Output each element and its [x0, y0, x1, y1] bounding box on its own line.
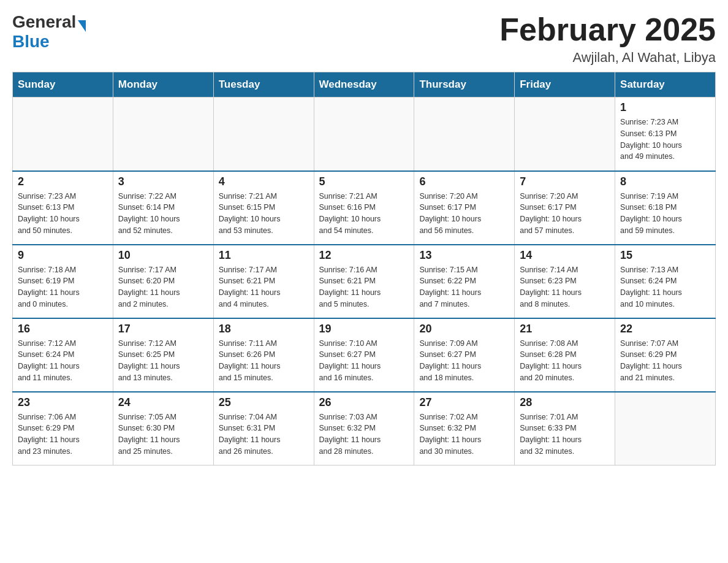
day-number: 20 [419, 323, 509, 335]
day-info: Sunrise: 7:17 AMSunset: 6:20 PMDaylight:… [118, 264, 208, 310]
calendar-cell: 15Sunrise: 7:13 AMSunset: 6:24 PMDayligh… [615, 245, 716, 318]
calendar-cell: 12Sunrise: 7:16 AMSunset: 6:21 PMDayligh… [314, 245, 414, 318]
day-number: 6 [419, 175, 509, 188]
day-number: 27 [419, 396, 509, 409]
col-friday: Friday [515, 72, 615, 98]
logo-general-text: General [12, 12, 76, 32]
col-monday: Monday [113, 72, 213, 98]
calendar-cell: 28Sunrise: 7:01 AMSunset: 6:33 PMDayligh… [515, 392, 615, 465]
calendar-table: Sunday Monday Tuesday Wednesday Thursday… [12, 72, 716, 465]
day-number: 5 [319, 175, 409, 188]
calendar-cell: 17Sunrise: 7:12 AMSunset: 6:25 PMDayligh… [113, 318, 213, 392]
calendar-cell [213, 98, 314, 171]
day-number: 3 [118, 175, 208, 188]
day-info: Sunrise: 7:09 AMSunset: 6:27 PMDaylight:… [419, 338, 509, 384]
calendar-week-1: 1Sunrise: 7:23 AMSunset: 6:13 PMDaylight… [13, 98, 716, 171]
calendar-cell: 21Sunrise: 7:08 AMSunset: 6:28 PMDayligh… [515, 318, 615, 392]
day-info: Sunrise: 7:08 AMSunset: 6:28 PMDaylight:… [520, 338, 610, 384]
day-info: Sunrise: 7:05 AMSunset: 6:30 PMDaylight:… [118, 412, 208, 458]
col-tuesday: Tuesday [213, 72, 314, 98]
calendar-cell: 16Sunrise: 7:12 AMSunset: 6:24 PMDayligh… [13, 318, 113, 392]
day-info: Sunrise: 7:10 AMSunset: 6:27 PMDaylight:… [319, 338, 409, 384]
calendar-week-4: 16Sunrise: 7:12 AMSunset: 6:24 PMDayligh… [13, 318, 716, 392]
day-number: 13 [419, 249, 509, 262]
col-sunday: Sunday [13, 72, 113, 98]
calendar-cell: 1Sunrise: 7:23 AMSunset: 6:13 PMDaylight… [615, 98, 716, 171]
col-wednesday: Wednesday [314, 72, 414, 98]
logo: General Blue [12, 12, 86, 52]
calendar-week-5: 23Sunrise: 7:06 AMSunset: 6:29 PMDayligh… [13, 392, 716, 465]
logo-arrow-icon [78, 20, 86, 32]
day-info: Sunrise: 7:18 AMSunset: 6:19 PMDaylight:… [18, 264, 108, 310]
day-info: Sunrise: 7:19 AMSunset: 6:18 PMDaylight:… [620, 191, 710, 237]
day-number: 8 [620, 175, 710, 188]
day-info: Sunrise: 7:11 AMSunset: 6:26 PMDaylight:… [219, 338, 309, 384]
title-section: February 2025 Awjilah, Al Wahat, Libya [499, 12, 716, 66]
col-thursday: Thursday [414, 72, 515, 98]
day-info: Sunrise: 7:17 AMSunset: 6:21 PMDaylight:… [219, 264, 309, 310]
day-info: Sunrise: 7:15 AMSunset: 6:22 PMDaylight:… [419, 264, 509, 310]
day-number: 4 [219, 175, 309, 188]
calendar-cell: 23Sunrise: 7:06 AMSunset: 6:29 PMDayligh… [13, 392, 113, 465]
day-info: Sunrise: 7:23 AMSunset: 6:13 PMDaylight:… [18, 191, 108, 237]
calendar-cell: 26Sunrise: 7:03 AMSunset: 6:32 PMDayligh… [314, 392, 414, 465]
day-info: Sunrise: 7:21 AMSunset: 6:15 PMDaylight:… [219, 191, 309, 237]
calendar-cell: 2Sunrise: 7:23 AMSunset: 6:13 PMDaylight… [13, 171, 113, 245]
day-info: Sunrise: 7:21 AMSunset: 6:16 PMDaylight:… [319, 191, 409, 237]
calendar-cell [515, 98, 615, 171]
calendar-cell [13, 98, 113, 171]
day-info: Sunrise: 7:20 AMSunset: 6:17 PMDaylight:… [520, 191, 610, 237]
day-info: Sunrise: 7:04 AMSunset: 6:31 PMDaylight:… [219, 412, 309, 458]
day-info: Sunrise: 7:12 AMSunset: 6:24 PMDaylight:… [18, 338, 108, 384]
calendar-cell: 9Sunrise: 7:18 AMSunset: 6:19 PMDaylight… [13, 245, 113, 318]
day-info: Sunrise: 7:02 AMSunset: 6:32 PMDaylight:… [419, 412, 509, 458]
logo-blue-text: Blue [12, 32, 50, 51]
calendar-cell: 6Sunrise: 7:20 AMSunset: 6:17 PMDaylight… [414, 171, 515, 245]
day-info: Sunrise: 7:16 AMSunset: 6:21 PMDaylight:… [319, 264, 409, 310]
calendar-cell [414, 98, 515, 171]
calendar-week-3: 9Sunrise: 7:18 AMSunset: 6:19 PMDaylight… [13, 245, 716, 318]
day-number: 1 [620, 101, 710, 114]
calendar-cell: 19Sunrise: 7:10 AMSunset: 6:27 PMDayligh… [314, 318, 414, 392]
day-number: 10 [118, 249, 208, 262]
calendar-cell: 24Sunrise: 7:05 AMSunset: 6:30 PMDayligh… [113, 392, 213, 465]
day-number: 17 [118, 323, 208, 335]
day-number: 2 [18, 175, 108, 188]
calendar-cell: 25Sunrise: 7:04 AMSunset: 6:31 PMDayligh… [213, 392, 314, 465]
calendar-cell: 27Sunrise: 7:02 AMSunset: 6:32 PMDayligh… [414, 392, 515, 465]
day-info: Sunrise: 7:14 AMSunset: 6:23 PMDaylight:… [520, 264, 610, 310]
calendar-cell: 8Sunrise: 7:19 AMSunset: 6:18 PMDaylight… [615, 171, 716, 245]
calendar-cell: 11Sunrise: 7:17 AMSunset: 6:21 PMDayligh… [213, 245, 314, 318]
day-number: 19 [319, 323, 409, 335]
day-number: 16 [18, 323, 108, 335]
calendar-cell: 20Sunrise: 7:09 AMSunset: 6:27 PMDayligh… [414, 318, 515, 392]
calendar-cell: 4Sunrise: 7:21 AMSunset: 6:15 PMDaylight… [213, 171, 314, 245]
calendar-header-row: Sunday Monday Tuesday Wednesday Thursday… [13, 72, 716, 98]
page-header: General Blue February 2025 Awjilah, Al W… [12, 12, 716, 66]
calendar-week-2: 2Sunrise: 7:23 AMSunset: 6:13 PMDaylight… [13, 171, 716, 245]
calendar-title: February 2025 [499, 12, 716, 47]
calendar-cell: 10Sunrise: 7:17 AMSunset: 6:20 PMDayligh… [113, 245, 213, 318]
calendar-cell: 14Sunrise: 7:14 AMSunset: 6:23 PMDayligh… [515, 245, 615, 318]
day-info: Sunrise: 7:12 AMSunset: 6:25 PMDaylight:… [118, 338, 208, 384]
calendar-cell: 7Sunrise: 7:20 AMSunset: 6:17 PMDaylight… [515, 171, 615, 245]
day-number: 23 [18, 396, 108, 409]
day-number: 15 [620, 249, 710, 262]
calendar-cell: 3Sunrise: 7:22 AMSunset: 6:14 PMDaylight… [113, 171, 213, 245]
day-number: 21 [520, 323, 610, 335]
calendar-cell: 22Sunrise: 7:07 AMSunset: 6:29 PMDayligh… [615, 318, 716, 392]
day-number: 18 [219, 323, 309, 335]
col-saturday: Saturday [615, 72, 716, 98]
day-number: 7 [520, 175, 610, 188]
day-info: Sunrise: 7:22 AMSunset: 6:14 PMDaylight:… [118, 191, 208, 237]
day-info: Sunrise: 7:23 AMSunset: 6:13 PMDaylight:… [620, 117, 710, 163]
calendar-cell [615, 392, 716, 465]
day-info: Sunrise: 7:06 AMSunset: 6:29 PMDaylight:… [18, 412, 108, 458]
day-number: 25 [219, 396, 309, 409]
day-number: 22 [620, 323, 710, 335]
day-number: 9 [18, 249, 108, 262]
day-info: Sunrise: 7:01 AMSunset: 6:33 PMDaylight:… [520, 412, 610, 458]
day-info: Sunrise: 7:03 AMSunset: 6:32 PMDaylight:… [319, 412, 409, 458]
day-info: Sunrise: 7:13 AMSunset: 6:24 PMDaylight:… [620, 264, 710, 310]
calendar-cell [314, 98, 414, 171]
